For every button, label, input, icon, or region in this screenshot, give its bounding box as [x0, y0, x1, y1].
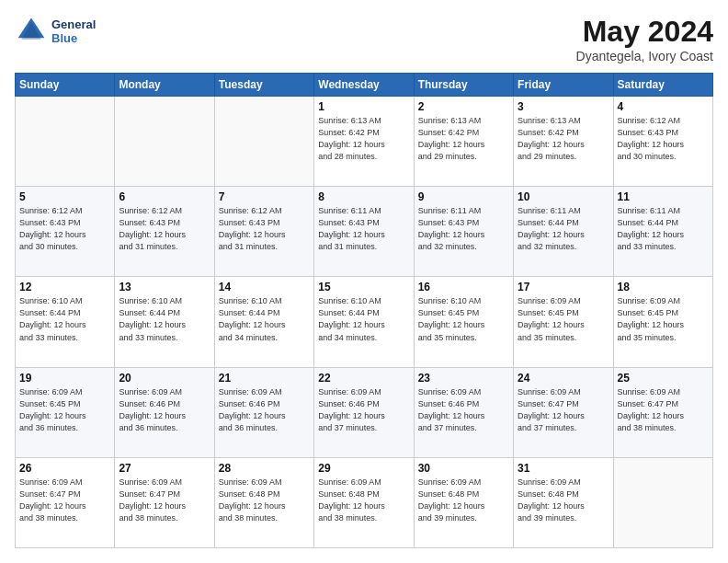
- day-info: Sunrise: 6:10 AM Sunset: 6:44 PM Dayligh…: [119, 295, 210, 343]
- location: Dyantegela, Ivory Coast: [576, 49, 713, 63]
- table-row: 1Sunrise: 6:13 AM Sunset: 6:42 PM Daylig…: [314, 97, 414, 187]
- table-row: 10Sunrise: 6:11 AM Sunset: 6:44 PM Dayli…: [514, 187, 613, 277]
- day-info: Sunrise: 6:10 AM Sunset: 6:44 PM Dayligh…: [19, 295, 110, 343]
- day-number: 30: [418, 462, 509, 475]
- day-number: 23: [418, 372, 509, 385]
- day-info: Sunrise: 6:09 AM Sunset: 6:48 PM Dayligh…: [318, 477, 409, 524]
- table-row: 24Sunrise: 6:09 AM Sunset: 6:47 PM Dayli…: [514, 367, 613, 457]
- table-row: 16Sunrise: 6:10 AM Sunset: 6:45 PM Dayli…: [414, 277, 513, 367]
- day-info: Sunrise: 6:09 AM Sunset: 6:46 PM Dayligh…: [318, 386, 409, 434]
- table-row: 7Sunrise: 6:12 AM Sunset: 6:43 PM Daylig…: [214, 187, 313, 277]
- day-info: Sunrise: 6:11 AM Sunset: 6:44 PM Dayligh…: [618, 205, 709, 253]
- col-sunday: Sunday: [16, 74, 115, 97]
- logo-text: General Blue: [51, 17, 96, 45]
- table-row: 31Sunrise: 6:09 AM Sunset: 6:48 PM Dayli…: [514, 457, 613, 547]
- table-row: [16, 97, 115, 187]
- col-monday: Monday: [115, 74, 214, 97]
- day-info: Sunrise: 6:09 AM Sunset: 6:46 PM Dayligh…: [418, 386, 509, 434]
- day-number: 4: [618, 100, 709, 113]
- month-year: May 2024: [576, 15, 713, 49]
- day-number: 16: [418, 281, 509, 293]
- day-number: 20: [119, 372, 210, 385]
- header: General Blue May 2024 Dyantegela, Ivory …: [15, 15, 713, 63]
- page: General Blue May 2024 Dyantegela, Ivory …: [0, 0, 728, 563]
- col-tuesday: Tuesday: [214, 74, 313, 97]
- col-friday: Friday: [514, 74, 613, 97]
- table-row: 27Sunrise: 6:09 AM Sunset: 6:47 PM Dayli…: [115, 457, 214, 547]
- table-row: 19Sunrise: 6:09 AM Sunset: 6:45 PM Dayli…: [16, 367, 115, 457]
- day-info: Sunrise: 6:09 AM Sunset: 6:45 PM Dayligh…: [518, 295, 609, 343]
- day-info: Sunrise: 6:10 AM Sunset: 6:44 PM Dayligh…: [318, 295, 409, 343]
- calendar-week-row: 19Sunrise: 6:09 AM Sunset: 6:45 PM Dayli…: [16, 367, 713, 457]
- table-row: 25Sunrise: 6:09 AM Sunset: 6:47 PM Dayli…: [613, 367, 712, 457]
- day-number: 22: [318, 372, 409, 385]
- day-info: Sunrise: 6:12 AM Sunset: 6:43 PM Dayligh…: [219, 205, 310, 253]
- day-info: Sunrise: 6:09 AM Sunset: 6:46 PM Dayligh…: [119, 386, 210, 434]
- day-number: 7: [219, 190, 310, 203]
- day-info: Sunrise: 6:09 AM Sunset: 6:47 PM Dayligh…: [618, 386, 709, 434]
- day-number: 29: [318, 462, 409, 475]
- table-row: 21Sunrise: 6:09 AM Sunset: 6:46 PM Dayli…: [214, 367, 313, 457]
- day-info: Sunrise: 6:09 AM Sunset: 6:45 PM Dayligh…: [618, 295, 709, 343]
- day-number: 19: [19, 372, 110, 385]
- day-number: 17: [518, 281, 609, 293]
- day-number: 24: [518, 372, 609, 385]
- table-row: 13Sunrise: 6:10 AM Sunset: 6:44 PM Dayli…: [115, 277, 214, 367]
- table-row: 15Sunrise: 6:10 AM Sunset: 6:44 PM Dayli…: [314, 277, 414, 367]
- day-number: 27: [119, 462, 210, 475]
- day-info: Sunrise: 6:12 AM Sunset: 6:43 PM Dayligh…: [19, 205, 110, 253]
- calendar-header-row: Sunday Monday Tuesday Wednesday Thursday…: [16, 74, 713, 97]
- calendar-week-row: 12Sunrise: 6:10 AM Sunset: 6:44 PM Dayli…: [16, 277, 713, 367]
- table-row: 12Sunrise: 6:10 AM Sunset: 6:44 PM Dayli…: [16, 277, 115, 367]
- table-row: 18Sunrise: 6:09 AM Sunset: 6:45 PM Dayli…: [613, 277, 712, 367]
- day-info: Sunrise: 6:09 AM Sunset: 6:48 PM Dayligh…: [219, 477, 310, 524]
- day-info: Sunrise: 6:09 AM Sunset: 6:48 PM Dayligh…: [418, 477, 509, 524]
- day-info: Sunrise: 6:11 AM Sunset: 6:44 PM Dayligh…: [518, 205, 609, 253]
- day-info: Sunrise: 6:11 AM Sunset: 6:43 PM Dayligh…: [318, 205, 409, 253]
- day-info: Sunrise: 6:09 AM Sunset: 6:47 PM Dayligh…: [518, 386, 609, 434]
- calendar-week-row: 5Sunrise: 6:12 AM Sunset: 6:43 PM Daylig…: [16, 187, 713, 277]
- day-info: Sunrise: 6:10 AM Sunset: 6:44 PM Dayligh…: [219, 295, 310, 343]
- day-number: 18: [618, 281, 709, 293]
- table-row: 23Sunrise: 6:09 AM Sunset: 6:46 PM Dayli…: [414, 367, 513, 457]
- day-number: 2: [418, 100, 509, 113]
- table-row: 17Sunrise: 6:09 AM Sunset: 6:45 PM Dayli…: [514, 277, 613, 367]
- table-row: 26Sunrise: 6:09 AM Sunset: 6:47 PM Dayli…: [16, 457, 115, 547]
- table-row: 5Sunrise: 6:12 AM Sunset: 6:43 PM Daylig…: [16, 187, 115, 277]
- table-row: 4Sunrise: 6:12 AM Sunset: 6:43 PM Daylig…: [613, 97, 712, 187]
- table-row: [613, 457, 712, 547]
- title-block: May 2024 Dyantegela, Ivory Coast: [576, 15, 713, 63]
- table-row: [115, 97, 214, 187]
- day-info: Sunrise: 6:10 AM Sunset: 6:45 PM Dayligh…: [418, 295, 509, 343]
- day-number: 31: [518, 462, 609, 475]
- table-row: 20Sunrise: 6:09 AM Sunset: 6:46 PM Dayli…: [115, 367, 214, 457]
- day-number: 8: [318, 190, 409, 203]
- table-row: 3Sunrise: 6:13 AM Sunset: 6:42 PM Daylig…: [514, 97, 613, 187]
- table-row: 28Sunrise: 6:09 AM Sunset: 6:48 PM Dayli…: [214, 457, 313, 547]
- day-number: 25: [618, 372, 709, 385]
- day-info: Sunrise: 6:12 AM Sunset: 6:43 PM Dayligh…: [618, 115, 709, 163]
- day-number: 3: [518, 100, 609, 113]
- day-number: 12: [19, 281, 110, 293]
- day-number: 26: [19, 462, 110, 475]
- day-info: Sunrise: 6:11 AM Sunset: 6:43 PM Dayligh…: [418, 205, 509, 253]
- day-info: Sunrise: 6:09 AM Sunset: 6:47 PM Dayligh…: [119, 477, 210, 524]
- day-info: Sunrise: 6:13 AM Sunset: 6:42 PM Dayligh…: [518, 115, 609, 163]
- day-info: Sunrise: 6:13 AM Sunset: 6:42 PM Dayligh…: [418, 115, 509, 163]
- logo-icon: [15, 15, 48, 48]
- col-saturday: Saturday: [613, 74, 712, 97]
- table-row: 14Sunrise: 6:10 AM Sunset: 6:44 PM Dayli…: [214, 277, 313, 367]
- col-thursday: Thursday: [414, 74, 513, 97]
- day-info: Sunrise: 6:09 AM Sunset: 6:46 PM Dayligh…: [219, 386, 310, 434]
- table-row: 2Sunrise: 6:13 AM Sunset: 6:42 PM Daylig…: [414, 97, 513, 187]
- day-info: Sunrise: 6:09 AM Sunset: 6:47 PM Dayligh…: [19, 477, 110, 524]
- calendar-table: Sunday Monday Tuesday Wednesday Thursday…: [15, 73, 713, 548]
- day-number: 9: [418, 190, 509, 203]
- day-number: 5: [19, 190, 110, 203]
- table-row: 30Sunrise: 6:09 AM Sunset: 6:48 PM Dayli…: [414, 457, 513, 547]
- day-number: 1: [318, 100, 409, 113]
- day-number: 6: [119, 190, 210, 203]
- table-row: [214, 97, 313, 187]
- day-info: Sunrise: 6:12 AM Sunset: 6:43 PM Dayligh…: [119, 205, 210, 253]
- day-number: 14: [219, 281, 310, 293]
